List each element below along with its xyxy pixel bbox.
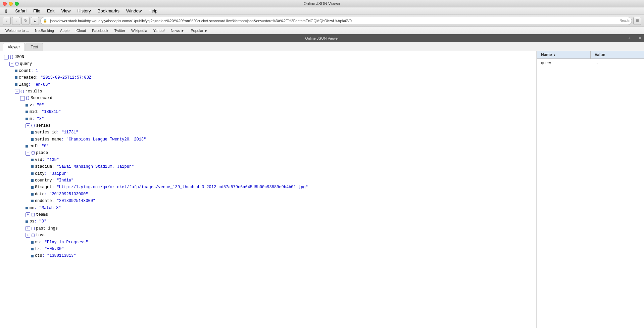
tree-node-m: m : "3"	[4, 116, 532, 122]
tree-node-v: v : "0"	[4, 102, 532, 109]
menu-help[interactable]: Help	[146, 8, 160, 14]
toggle-place[interactable]: −	[26, 151, 30, 156]
tree-node-ps: ps : "0"	[4, 218, 532, 225]
key-mid: mid	[30, 109, 37, 115]
apple-menu[interactable]: 	[3, 8, 10, 14]
col-value[interactable]: Value	[591, 51, 644, 58]
key-past-ings: past_ings	[36, 225, 58, 232]
bullet-cts	[31, 255, 34, 257]
reader-button[interactable]: Reader	[620, 19, 631, 23]
content-area: − {} JSON − {} query count : 1 created :…	[0, 51, 644, 328]
forward-button[interactable]: ›	[12, 17, 20, 25]
key-m: m	[30, 116, 32, 122]
close-button[interactable]	[3, 2, 7, 6]
tree-node-enddate: enddate : "20130925143000"	[4, 198, 532, 204]
key-toss: toss	[36, 232, 46, 239]
bookmark-yahoo[interactable]: Yahoo!	[151, 28, 167, 33]
bookmarks-bar: Welcome to ... NetBanking Apple iCloud F…	[0, 27, 644, 34]
maximize-button[interactable]	[15, 2, 19, 6]
val-gimaget: : "http://l.yimg.com/qx/cricket/fufp/ima…	[52, 184, 308, 191]
toggle-toss[interactable]: +	[26, 233, 30, 238]
tab-viewer[interactable]: Viewer	[3, 43, 25, 51]
new-tab-button[interactable]: +	[628, 35, 631, 41]
cell-value-query: ...	[591, 60, 644, 66]
bullet-mn	[26, 207, 28, 209]
toggle-teams[interactable]: +	[26, 212, 30, 217]
tab-text[interactable]: Text	[26, 43, 43, 51]
tree-node-cts: cts : "1380113813"	[4, 252, 532, 259]
menu-file[interactable]: File	[31, 8, 43, 14]
bullet-series-id	[31, 131, 34, 134]
cell-name-query: query	[537, 60, 591, 66]
bookmark-news[interactable]: News ►	[168, 28, 187, 33]
toggle-past-ings[interactable]: +	[26, 226, 30, 231]
tree-node-stadium: stadium : "Sawai Mansingh Stadium, Jaipu…	[4, 163, 532, 170]
right-panel-header: Name ▲ Value	[537, 51, 644, 59]
bookmark-popular[interactable]: Popular ►	[188, 28, 211, 33]
title-bar: Online JSON Viewer	[0, 0, 644, 7]
bookmark-welcome[interactable]: Welcome to ...	[3, 28, 32, 33]
bullet-date	[31, 193, 34, 196]
tree-node-mid: mid : "186815"	[4, 109, 532, 115]
val-ps: : "0"	[34, 218, 46, 225]
tree-node-place: − {} place	[4, 150, 532, 156]
tree-node-mn: mn : "Match 8"	[4, 205, 532, 211]
val-series-id: : "11731"	[57, 129, 79, 136]
key-query: query	[20, 60, 32, 67]
tree-node-series-name: series_name : "Champions League Twenty20…	[4, 136, 532, 143]
minimize-button[interactable]	[9, 2, 13, 6]
val-created: : "2013-09-25T12:57:03Z"	[36, 74, 94, 81]
add-tab-button[interactable]: ☰	[633, 17, 641, 25]
key-results: results	[25, 88, 42, 95]
window-controls[interactable]	[3, 2, 19, 6]
val-m: : "3"	[32, 116, 44, 122]
bullet-v	[26, 104, 28, 107]
bookmark-apple[interactable]: Apple	[57, 28, 72, 33]
val-city: : "Jaipur"	[45, 170, 69, 177]
bookmark-facebook[interactable]: Facebook	[89, 28, 111, 33]
menu-safari[interactable]: Safari	[12, 8, 29, 14]
bookmark-twitter[interactable]: Twitter	[112, 28, 128, 33]
refresh-button[interactable]: ↻	[21, 17, 30, 25]
tree-node-vid: vid : "139"	[4, 157, 532, 163]
back-button[interactable]: ‹	[3, 17, 11, 25]
menu-history[interactable]: History	[75, 8, 93, 14]
bullet-count	[15, 70, 17, 72]
col-name[interactable]: Name ▲	[537, 51, 591, 58]
toggle-series[interactable]: −	[26, 123, 30, 128]
series-icon: {}	[31, 123, 35, 129]
tree-node-ms: ms : "Play in Progress"	[4, 239, 532, 246]
bookmark-netbanking[interactable]: NetBanking	[32, 28, 57, 33]
val-date: : "20130925103000"	[45, 191, 88, 198]
bullet-ms	[31, 241, 34, 244]
right-panel-row-query[interactable]: query ...	[537, 59, 644, 67]
results-icon: {}	[20, 88, 24, 95]
toggle-query[interactable]: −	[9, 62, 14, 67]
bullet-mid	[26, 111, 28, 113]
sidebar-toggle-button[interactable]: ≡	[639, 36, 641, 41]
menu-edit[interactable]: Edit	[44, 8, 57, 14]
val-cts: : "1380113813"	[42, 252, 76, 259]
toggle-results[interactable]: −	[15, 89, 19, 94]
val-vid: : "139"	[42, 157, 59, 163]
val-count: : 1	[31, 68, 38, 74]
key-gimaget: Gimaget	[35, 184, 52, 191]
menu-bookmarks[interactable]: Bookmarks	[95, 8, 122, 14]
share-button[interactable]: ▲	[31, 17, 39, 25]
bookmark-wikipedia[interactable]: Wikipedia	[129, 28, 150, 33]
bullet-series-name	[31, 138, 34, 141]
key-cts: cts	[35, 252, 42, 259]
key-series-name: series_name	[35, 136, 61, 143]
menu-window[interactable]: Window	[123, 8, 144, 14]
tree-node-city: city : "Jaipur"	[4, 170, 532, 177]
toggle-json[interactable]: −	[4, 55, 9, 59]
menu-view[interactable]: View	[58, 8, 73, 14]
key-created: created	[19, 74, 36, 81]
key-stadium: stadium	[35, 163, 52, 170]
toggle-scorecard[interactable]: −	[20, 96, 25, 101]
key-lang: lang	[19, 81, 29, 88]
tree-node-gimaget: Gimaget : "http://l.yimg.com/qx/cricket/…	[4, 184, 532, 191]
menu-bar:  Safari File Edit View History Bookmark…	[0, 7, 644, 15]
url-input[interactable]	[40, 17, 632, 25]
bookmark-icloud[interactable]: iCloud	[73, 28, 89, 33]
